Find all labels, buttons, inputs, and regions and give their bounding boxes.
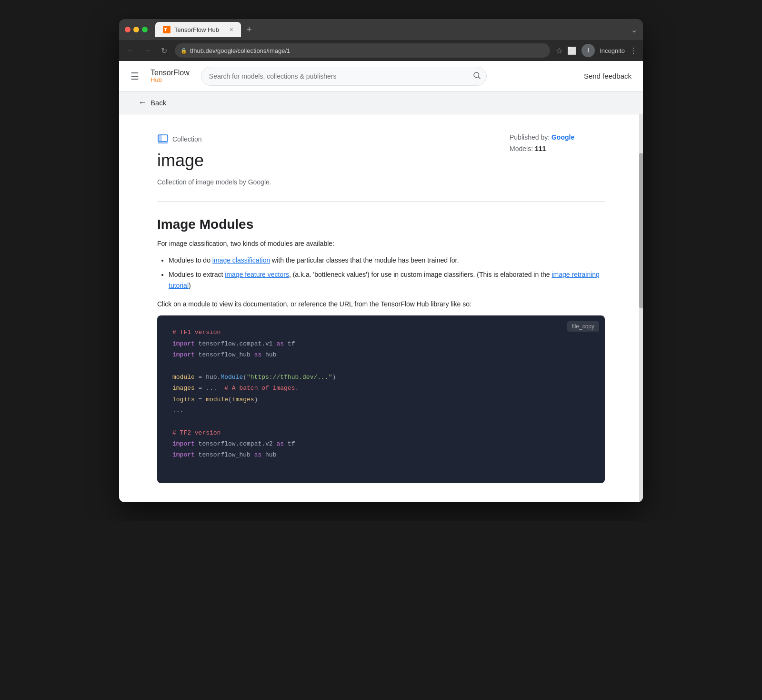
scrollbar-thumb[interactable] bbox=[639, 153, 643, 308]
tab-bar: T TensorFlow Hub × + ⌄ bbox=[155, 22, 637, 37]
section-divider bbox=[157, 201, 605, 202]
app-header: ☰ TensorFlow Hub Send feedback bbox=[119, 61, 643, 91]
collection-right: Published by: Google Models: 111 bbox=[510, 133, 605, 152]
code-block: file_copy # TF1 version import tensorflo… bbox=[157, 315, 605, 483]
active-tab[interactable]: T TensorFlow Hub × bbox=[155, 22, 241, 37]
back-arrow-icon: ← bbox=[138, 98, 147, 108]
back-link[interactable]: ← Back bbox=[138, 98, 166, 108]
svg-text:T: T bbox=[164, 27, 167, 32]
profile-button[interactable]: I bbox=[582, 44, 595, 57]
bullet1-suffix: with the particular classes that the mod… bbox=[270, 256, 459, 264]
page-content: ☰ TensorFlow Hub Send feedback ← Bac bbox=[119, 61, 643, 502]
back-button[interactable]: ← bbox=[125, 44, 136, 57]
search-input[interactable] bbox=[201, 67, 487, 86]
address-bar: ← → ↻ 🔒 tfhub.dev/google/collections/ima… bbox=[119, 40, 643, 61]
code-content: # TF1 version import tensorflow.compat.v… bbox=[172, 327, 590, 472]
lock-icon: 🔒 bbox=[180, 48, 187, 54]
svg-line-3 bbox=[478, 77, 480, 79]
back-label: Back bbox=[150, 99, 166, 107]
address-actions: ☆ ⬜ I Incognito ⋮ bbox=[556, 44, 637, 57]
search-icon[interactable] bbox=[472, 71, 481, 81]
collection-badge: Collection bbox=[157, 133, 510, 145]
address-wrapper: 🔒 tfhub.dev/google/collections/image/1 bbox=[175, 43, 550, 58]
close-traffic-light[interactable] bbox=[125, 27, 130, 32]
models-count: Models: 111 bbox=[510, 145, 605, 152]
bookmark-icon[interactable]: ☆ bbox=[556, 46, 562, 55]
bullet-item-1: Modules to do image classification with … bbox=[169, 255, 605, 265]
tab-title: TensorFlow Hub bbox=[174, 26, 219, 33]
bullet2-middle: , (a.k.a. 'bottleneck values') for use i… bbox=[289, 271, 552, 278]
logo-area: TensorFlow Hub bbox=[150, 69, 190, 83]
collection-icon bbox=[157, 133, 169, 145]
bullet2-suffix: ) bbox=[189, 282, 191, 289]
logo-hub: Hub bbox=[150, 77, 190, 83]
bullet2-prefix: Modules to extract bbox=[169, 271, 225, 278]
menu-icon[interactable]: ☰ bbox=[130, 71, 139, 82]
reload-button[interactable]: ↻ bbox=[159, 44, 169, 57]
models-count-value: 111 bbox=[535, 145, 546, 152]
profile-initial: I bbox=[588, 47, 589, 54]
code-keyword-import2: import bbox=[172, 351, 195, 358]
published-by: Published by: Google bbox=[510, 133, 605, 141]
browser-window: T TensorFlow Hub × + ⌄ ← → ↻ 🔒 tfhub.dev… bbox=[119, 19, 643, 502]
tab-close-button[interactable]: × bbox=[230, 26, 233, 33]
section-intro: For image classification, two kinds of m… bbox=[157, 240, 605, 247]
publisher-link[interactable]: Google bbox=[551, 133, 574, 141]
code-var-module: module bbox=[172, 374, 195, 381]
scrollbar[interactable] bbox=[639, 114, 643, 502]
forward-button[interactable]: → bbox=[142, 44, 153, 57]
send-feedback-button[interactable]: Send feedback bbox=[584, 72, 632, 80]
image-feature-vectors-link[interactable]: image feature vectors bbox=[225, 271, 289, 278]
search-bar bbox=[201, 67, 487, 86]
bullet-list: Modules to do image classification with … bbox=[157, 255, 605, 291]
logo-tensorflow: TensorFlow bbox=[150, 69, 190, 77]
main-content: Collection image Collection of image mod… bbox=[119, 114, 643, 502]
collection-label: Collection bbox=[172, 135, 201, 143]
browser-more-icon[interactable]: ⋮ bbox=[630, 46, 637, 55]
bullet1-prefix: Modules to do bbox=[169, 256, 212, 264]
fullscreen-traffic-light[interactable] bbox=[142, 27, 148, 32]
content-wrapper: Collection image Collection of image mod… bbox=[119, 114, 643, 502]
minimize-traffic-light[interactable] bbox=[133, 27, 139, 32]
new-tab-button[interactable]: + bbox=[243, 23, 256, 37]
traffic-lights bbox=[125, 27, 148, 32]
code-keyword-import1: import bbox=[172, 340, 195, 347]
collection-description: Collection of image models by Google. bbox=[157, 178, 510, 186]
breadcrumb-bar: ← Back bbox=[119, 91, 643, 114]
address-input[interactable]: tfhub.dev/google/collections/image/1 bbox=[175, 43, 550, 58]
code-comment-1: # TF1 version bbox=[172, 329, 221, 336]
svg-rect-5 bbox=[158, 135, 162, 142]
browser-titlebar: T TensorFlow Hub × + ⌄ bbox=[119, 19, 643, 40]
tab-favicon-icon: T bbox=[163, 26, 170, 33]
section-title: Image Modules bbox=[157, 217, 605, 232]
incognito-label: Incognito bbox=[600, 47, 625, 54]
tab-search-icon[interactable]: ⬜ bbox=[567, 46, 577, 55]
code-comment-2: # TF2 version bbox=[172, 429, 221, 436]
image-classification-link[interactable]: image classification bbox=[212, 256, 270, 264]
svg-point-2 bbox=[474, 72, 479, 78]
collection-header: Collection image Collection of image mod… bbox=[157, 133, 605, 186]
tab-more-button[interactable]: ⌄ bbox=[631, 25, 637, 34]
collection-title: image bbox=[157, 151, 510, 171]
bullet-item-2: Modules to extract image feature vectors… bbox=[169, 269, 605, 291]
copy-button[interactable]: file_copy bbox=[567, 321, 599, 332]
collection-left: Collection image Collection of image mod… bbox=[157, 133, 510, 186]
click-note: Click on a module to view its documentat… bbox=[157, 300, 605, 308]
